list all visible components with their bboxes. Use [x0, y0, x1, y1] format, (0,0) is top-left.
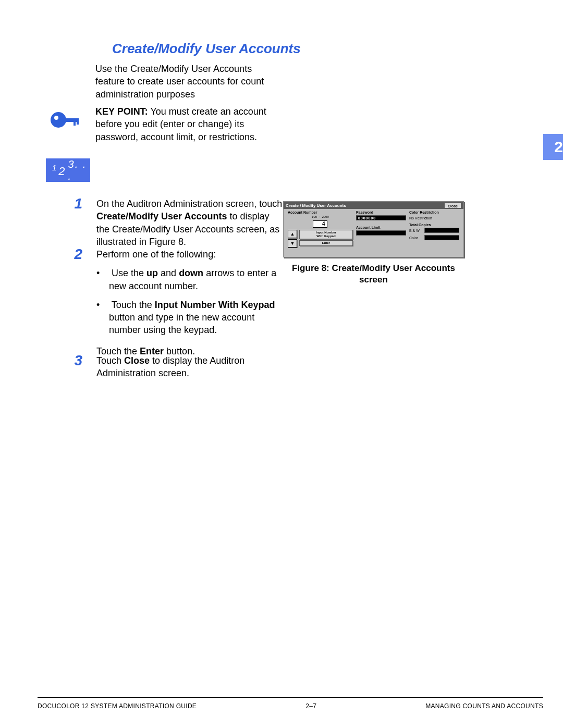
svg-point-0 — [51, 112, 66, 128]
step-3: 3 Touch Close to display the Auditron Ad… — [62, 352, 284, 380]
footer-rule — [38, 697, 543, 698]
step-2: 2 Perform one of the following: Use the … — [62, 246, 284, 357]
figure-8: Create / Modify User Accounts Close Acco… — [283, 201, 464, 286]
account-range: 100 → 2099 — [288, 215, 353, 218]
account-number-value: 4 — [313, 220, 327, 228]
footer: DOCUCOLOR 12 SYSTEM ADMINISTRATION GUIDE… — [38, 702, 543, 710]
account-limit-label: Account Limit — [356, 226, 406, 229]
account-limit-field[interactable] — [356, 230, 406, 236]
step-number: 3 — [62, 352, 82, 369]
step-number: 2 — [62, 246, 82, 263]
keypoint-label: KEY POINT: — [95, 106, 148, 117]
footer-page-number: 2–7 — [305, 702, 316, 710]
svg-point-1 — [54, 116, 58, 120]
password-field[interactable]: 0000000 — [356, 215, 406, 220]
step-text: Touch Close to display the Auditron Admi… — [96, 352, 284, 380]
step-1: 1 On the Auditron Administration screen,… — [62, 195, 284, 248]
ui-title-text: Create / Modify User Accounts — [286, 203, 346, 208]
color-field — [424, 235, 459, 240]
svg-rect-4 — [77, 122, 79, 125]
footer-left: DOCUCOLOR 12 SYSTEM ADMINISTRATION GUIDE — [38, 702, 197, 710]
keypoint-paragraph: KEY POINT: You must create an account be… — [95, 105, 278, 143]
ui-panel: Create / Modify User Accounts Close Acco… — [283, 201, 464, 257]
password-label: Password — [356, 211, 406, 214]
figure-caption: Figure 8: Create/Modify User Accounts sc… — [283, 263, 464, 286]
svg-rect-2 — [65, 118, 79, 122]
chapter-tab: 2 — [543, 134, 563, 160]
total-copies-label: Total Copies — [409, 223, 459, 227]
section-title: Create/Modify User Accounts — [112, 41, 301, 57]
input-keypad-button[interactable]: Input Number With Keypad — [299, 230, 353, 239]
step-text: On the Auditron Administration screen, t… — [96, 195, 284, 248]
ui-title-bar: Create / Modify User Accounts Close — [284, 202, 463, 209]
footer-right: MANAGING COUNTS AND ACCOUNTS — [425, 702, 543, 710]
intro-paragraph: Use the Create/Modify User Accounts feat… — [95, 63, 278, 101]
svg-rect-3 — [74, 122, 76, 126]
color-restriction-label: Color Restriction — [409, 211, 459, 214]
enter-button[interactable]: Enter — [299, 240, 353, 246]
step-text: Perform one of the following: Use the up… — [96, 246, 284, 357]
down-arrow-button[interactable]: ▼ — [288, 239, 297, 248]
color-label: Color — [409, 236, 423, 240]
bw-label: B & W — [409, 229, 423, 232]
close-button[interactable]: Close — [444, 203, 461, 208]
bw-field — [424, 228, 459, 233]
up-arrow-button[interactable]: ▲ — [288, 230, 297, 238]
account-number-label: Account Number — [288, 211, 353, 214]
key-icon — [50, 107, 81, 135]
step-number: 1 — [62, 195, 82, 212]
steps-icon: 123. . . — [46, 158, 90, 182]
color-restriction-value: No Restriction — [409, 216, 459, 220]
